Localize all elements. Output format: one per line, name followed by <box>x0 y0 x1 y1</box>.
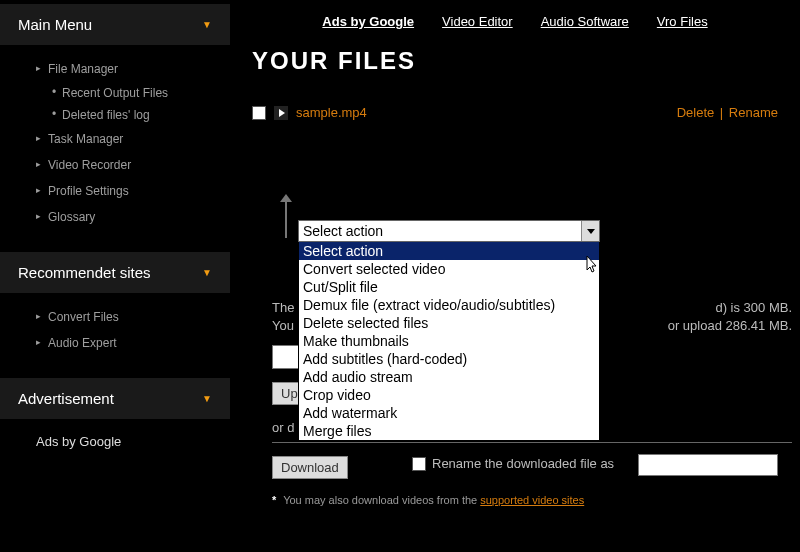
sidebar-item-glossary[interactable]: Glossary <box>0 204 230 230</box>
ads-by-google-label: Ads by Google <box>0 420 230 453</box>
sidebar-item-audio-expert[interactable]: Audio Expert <box>0 330 230 356</box>
dropdown-option-0[interactable]: Select action <box>299 242 599 260</box>
file-name[interactable]: sample.mp4 <box>296 105 367 120</box>
dropdown-option-1[interactable]: Convert selected video <box>299 260 599 278</box>
chevron-down-icon: ▼ <box>202 393 212 404</box>
separator: | <box>720 105 723 120</box>
dropdown-option-3[interactable]: Demux file (extract video/audio/subtitle… <box>299 296 599 314</box>
top-link-vro-files[interactable]: Vro Files <box>657 14 708 29</box>
file-delete-link[interactable]: Delete <box>677 105 715 120</box>
dropdown-arrow-icon[interactable] <box>581 221 599 241</box>
sidebar-item-profile-settings[interactable]: Profile Settings <box>0 178 230 204</box>
play-icon[interactable] <box>274 106 288 120</box>
file-rename-link[interactable]: Rename <box>729 105 778 120</box>
dropdown-option-5[interactable]: Make thumbnails <box>299 332 599 350</box>
dropdown-option-4[interactable]: Delete selected files <box>299 314 599 332</box>
rename-input[interactable] <box>638 454 778 476</box>
action-dropdown-list: Select action Convert selected video Cut… <box>298 242 600 441</box>
action-select-value: Select action <box>303 223 383 239</box>
sidebar-item-video-recorder[interactable]: Video Recorder <box>0 152 230 178</box>
arrow-up-icon <box>278 190 298 250</box>
main-menu-header[interactable]: Main Menu ▼ <box>0 4 230 46</box>
sidebar-item-convert-files[interactable]: Convert Files <box>0 304 230 330</box>
top-link-video-editor[interactable]: Video Editor <box>442 14 513 29</box>
sidebar-item-task-manager[interactable]: Task Manager <box>0 126 230 152</box>
file-checkbox[interactable] <box>252 106 266 120</box>
download-button[interactable]: Download <box>272 456 348 479</box>
action-select[interactable]: Select action <box>298 220 600 242</box>
recommended-title: Recommendet sites <box>18 264 151 281</box>
divider <box>272 442 792 443</box>
advertisement-title: Advertisement <box>18 390 114 407</box>
footnote: * You may also download videos from the … <box>272 494 584 506</box>
dropdown-option-9[interactable]: Add watermark <box>299 404 599 422</box>
chevron-down-icon: ▼ <box>202 19 212 30</box>
rename-checkbox[interactable] <box>412 457 426 471</box>
dropdown-option-2[interactable]: Cut/Split file <box>299 278 599 296</box>
advertisement-header[interactable]: Advertisement ▼ <box>0 378 230 420</box>
page-title: YOUR FILES <box>252 47 778 75</box>
sidebar-item-file-manager[interactable]: File Manager <box>0 56 230 82</box>
chevron-down-icon: ▼ <box>202 267 212 278</box>
top-link-audio-software[interactable]: Audio Software <box>541 14 629 29</box>
or-download-label: or d <box>272 420 294 435</box>
top-link-ads[interactable]: Ads by Google <box>322 14 414 29</box>
sidebar-subitem-deleted-log[interactable]: Deleted files' log <box>0 104 230 126</box>
rename-checkbox-label: Rename the downloaded file as <box>432 456 614 471</box>
supported-sites-link[interactable]: supported video sites <box>480 494 584 506</box>
mouse-cursor-icon <box>586 256 600 277</box>
main-menu-title: Main Menu <box>18 16 92 33</box>
dropdown-option-6[interactable]: Add subtitles (hard-coded) <box>299 350 599 368</box>
sidebar-subitem-recent-output[interactable]: Recent Output Files <box>0 82 230 104</box>
dropdown-option-10[interactable]: Merge files <box>299 422 599 440</box>
dropdown-option-8[interactable]: Crop video <box>299 386 599 404</box>
dropdown-option-7[interactable]: Add audio stream <box>299 368 599 386</box>
recommended-header[interactable]: Recommendet sites ▼ <box>0 252 230 294</box>
